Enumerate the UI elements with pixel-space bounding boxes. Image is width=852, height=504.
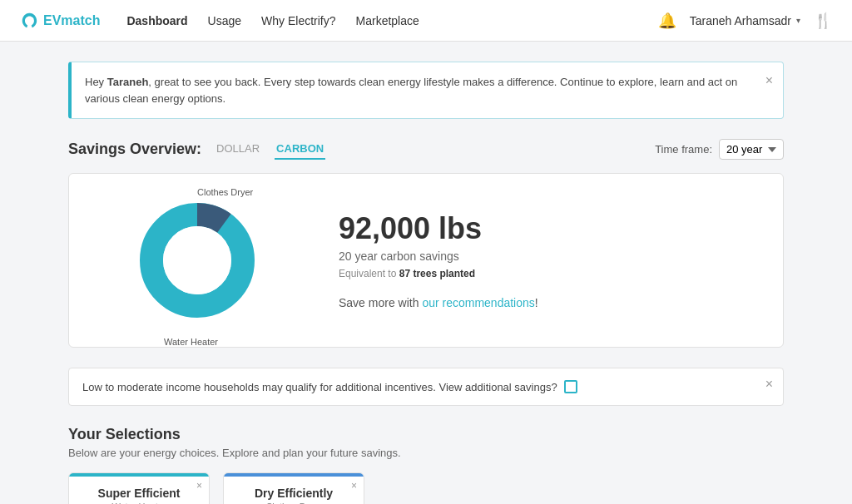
card-body-1: Dry Efficiently Clothes Dryer Net cost: … — [224, 477, 364, 504]
card-title-0: Super Efficient — [79, 487, 199, 500]
logo-text: EVmatch — [43, 13, 100, 28]
timeframe-label: Time frame: — [655, 143, 712, 156]
nav-why-electrify[interactable]: Why Electrify? — [261, 11, 335, 31]
carbon-value: 92,000 lbs — [339, 211, 763, 246]
nav-links: Dashboard Usage Why Electrify? Marketpla… — [126, 11, 657, 31]
logo-icon — [20, 12, 38, 30]
savings-tabs: DOLLAR CARBON — [215, 139, 325, 160]
bell-icon[interactable]: 🔔 — [658, 12, 676, 30]
carbon-desc: 20 year carbon savings — [339, 250, 763, 263]
user-menu[interactable]: Taraneh Arhamsadr ▾ — [690, 14, 800, 27]
savings-title: Savings Overview: — [68, 141, 201, 158]
tab-dollar[interactable]: DOLLAR — [215, 139, 261, 160]
recommendation-text: Save more with our recommendations! — [339, 296, 763, 309]
selection-card-0: × Super Efficient Water Heater Net cost:… — [68, 472, 210, 504]
timeframe-select[interactable]: 1 year 5 year 10 year 20 year — [719, 139, 784, 160]
selections-section: Your Selections Below are your energy ch… — [68, 426, 784, 504]
trees-count: 87 trees planted — [399, 268, 475, 279]
banner-username: Taraneh — [107, 76, 149, 88]
cards-row: × Super Efficient Water Heater Net cost:… — [68, 472, 784, 504]
selections-title: Your Selections — [68, 426, 784, 443]
card-close-0[interactable]: × — [196, 480, 202, 492]
main-content: Hey Taraneh, great to see you back. Ever… — [52, 42, 800, 504]
fork-icon: 🍴 — [814, 12, 832, 30]
selection-card-1: × Dry Efficiently Clothes Dryer Net cost… — [223, 472, 364, 504]
nav-marketplace[interactable]: Marketplace — [356, 11, 419, 31]
timeframe-group: Time frame: 1 year 5 year 10 year 20 yea… — [655, 139, 784, 160]
card-title-1: Dry Efficiently — [234, 487, 354, 500]
card-close-1[interactable]: × — [351, 480, 357, 492]
chart-card: Clothes Dryer Water Heater 92,000 lbs 20… — [68, 173, 784, 348]
donut-label-clothes: Clothes Dryer — [197, 187, 253, 197]
donut-label-water: Water Heater — [164, 337, 218, 347]
nav-right: 🔔 Taraneh Arhamsadr ▾ 🍴 — [658, 12, 832, 30]
nav-usage[interactable]: Usage — [208, 11, 241, 31]
donut-chart-area: Clothes Dryer Water Heater — [89, 194, 305, 327]
donut-svg — [131, 194, 264, 327]
chevron-down-icon: ▾ — [796, 16, 800, 25]
nav-dashboard[interactable]: Dashboard — [126, 11, 187, 31]
selections-subtitle: Below are your energy choices. Explore a… — [68, 447, 784, 459]
banner-close-button[interactable]: × — [765, 71, 773, 91]
tab-carbon[interactable]: CARBON — [275, 139, 325, 160]
income-banner: Low to moderate income households may qu… — [68, 368, 784, 406]
income-banner-text: Low to moderate income households may qu… — [82, 381, 557, 393]
banner-text: Hey Taraneh, great to see you back. Ever… — [85, 76, 737, 105]
navbar: EVmatch Dashboard Usage Why Electrify? M… — [0, 0, 852, 42]
savings-header: Savings Overview: DOLLAR CARBON Time fra… — [68, 139, 784, 160]
income-banner-close-button[interactable]: × — [765, 377, 773, 392]
notification-banner: Hey Taraneh, great to see you back. Ever… — [68, 62, 784, 119]
recommendation-link[interactable]: our recommendations — [422, 296, 534, 309]
carbon-trees: Equivalent to 87 trees planted — [339, 268, 763, 279]
user-name: Taraneh Arhamsadr — [690, 14, 791, 27]
card-body-0: Super Efficient Water Heater Net cost: $… — [69, 477, 209, 504]
chart-info: 92,000 lbs 20 year carbon savings Equiva… — [305, 211, 763, 309]
logo[interactable]: EVmatch — [20, 12, 100, 30]
svg-point-2 — [163, 226, 231, 294]
donut-wrapper: Clothes Dryer Water Heater — [131, 194, 264, 327]
income-checkbox[interactable] — [564, 380, 577, 393]
